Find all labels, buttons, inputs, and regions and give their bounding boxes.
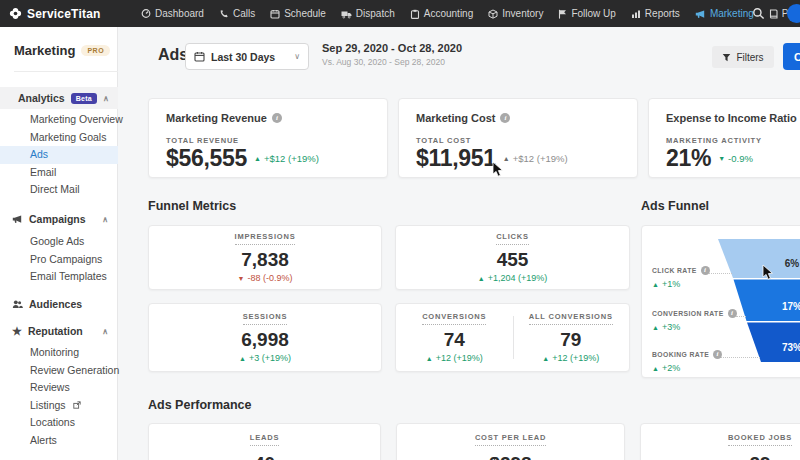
funnel-stage-label-booking-rate: BOOKING RATEi — [652, 350, 722, 359]
metric-value: 74 — [444, 329, 465, 351]
info-icon[interactable]: i — [500, 113, 510, 123]
date-preset-label: Last 30 Days — [211, 51, 288, 63]
metric-label[interactable]: LEADS — [250, 433, 279, 446]
sidebar-item-marketing-goals[interactable]: Marketing Goals — [0, 129, 118, 147]
kpi-title-row: Expense to Income Ratioi — [666, 112, 800, 124]
sidebar-section-reputation[interactable]: ★ Reputation ∧ — [0, 320, 118, 342]
sidebar: Marketing PRO Analytics Beta ∧ Marketing… — [0, 27, 118, 460]
top-nav: ServiceTitan Dashboard Calls Schedule Di… — [0, 0, 800, 27]
sidebar-item-email[interactable]: Email — [0, 164, 118, 182]
nav-item-accounting[interactable]: Accounting — [410, 8, 473, 19]
metric-label[interactable]: CLICKS — [496, 232, 529, 245]
filters-button[interactable]: Filters — [712, 46, 774, 68]
sidebar-item-pro-campaigns[interactable]: Pro Campaigns — [0, 251, 118, 269]
stage-label-text: CONVERSION RATE — [652, 310, 724, 317]
metric-card-inner: COST PER LEAD $298 — [397, 424, 624, 460]
leader-line — [706, 273, 732, 274]
stage-delta-text: +1% — [662, 279, 680, 289]
section-label: Reputation — [28, 325, 83, 337]
search-icon[interactable] — [752, 7, 765, 20]
metric-label[interactable]: IMPRESSIONS — [235, 232, 296, 245]
info-icon[interactable]: i — [713, 350, 722, 359]
kpi-title: Marketing Cost — [416, 112, 495, 124]
nav-item-schedule[interactable]: Schedule — [270, 8, 326, 19]
metric-label[interactable]: COST PER LEAD — [475, 433, 546, 446]
sidebar-item-label: Listings — [30, 399, 66, 411]
nav-item-dashboard[interactable]: Dashboard — [141, 8, 204, 19]
sidebar-section-analytics[interactable]: Analytics Beta ∧ — [0, 87, 118, 109]
truck-icon — [341, 9, 352, 19]
kpi-card-marketing-revenue: Marketing Revenuei TOTAL REVENUE $56,555… — [148, 98, 388, 178]
chevron-up-icon: ∧ — [102, 215, 108, 224]
metric-value: 7,838 — [241, 249, 289, 271]
nav-item-label: Follow Up — [571, 8, 615, 19]
up-arrow-icon: ▲ — [426, 355, 433, 362]
metric-label[interactable]: CONVERSIONS — [422, 312, 486, 325]
clipboard-icon — [410, 9, 420, 19]
brand[interactable]: ServiceTitan — [9, 0, 101, 27]
nav-item-dispatch[interactable]: Dispatch — [341, 8, 395, 19]
servicetitan-logo-icon — [9, 7, 22, 20]
sidebar-item-monitoring[interactable]: Monitoring — [0, 344, 118, 362]
kpi-title-row: Marketing Revenuei — [166, 112, 282, 124]
metric-card-booked-jobs: BOOKED JOBS 29 — [640, 423, 800, 460]
kpi-value-row: 21% ▼-0.9% — [666, 145, 753, 172]
bar-chart-icon — [631, 9, 641, 19]
stage-delta-text: +2% — [662, 363, 680, 373]
date-range-display: Sep 29, 2020 - Oct 28, 2020 Vs. Aug 30, … — [322, 42, 462, 67]
sidebar-item-email-templates[interactable]: Email Templates — [0, 268, 118, 286]
sidebar-item-review-generation[interactable]: Review Generation — [0, 362, 118, 380]
pro-badge: PRO — [81, 45, 110, 56]
section-label: Audiences — [29, 298, 82, 310]
kpi-sublabel: TOTAL REVENUE — [166, 136, 239, 145]
all-conversions-half: ALL CONVERSIONS 79 ▲+12 (+19%) — [513, 304, 630, 371]
sidebar-item-alerts[interactable]: Alerts — [0, 432, 118, 450]
metric-card-sessions: SESSIONS 6,998 ▲+3 (+19%) — [148, 303, 382, 372]
profile-circle-icon[interactable] — [787, 4, 800, 23]
funnel-metrics-heading: Funnel Metrics — [148, 199, 236, 213]
metric-label[interactable]: BOOKED JOBS — [728, 433, 792, 446]
create-button[interactable]: Cr — [783, 43, 800, 70]
kpi-title-row: Marketing Costi — [416, 112, 510, 124]
kpi-delta-text: -0.9% — [728, 153, 753, 164]
funnel-stage-delta-conversion-rate: ▲+3% — [652, 322, 680, 332]
page: ServiceTitan Dashboard Calls Schedule Di… — [0, 0, 800, 460]
info-icon[interactable]: i — [272, 113, 282, 123]
box-icon — [488, 9, 498, 19]
metric-value: 79 — [560, 329, 581, 351]
metric-value: 40 — [254, 453, 275, 460]
up-arrow-icon: ▲ — [478, 275, 485, 282]
vertical-divider — [513, 316, 514, 359]
sidebar-divider — [14, 71, 118, 72]
sidebar-item-marketing-overview[interactable]: Marketing Overview — [0, 111, 118, 129]
nav-item-inventory[interactable]: Inventory — [488, 8, 543, 19]
info-icon[interactable]: i — [728, 309, 737, 318]
nav-item-reports[interactable]: Reports — [631, 8, 680, 19]
kpi-title: Marketing Revenue — [166, 112, 267, 124]
metric-value: $298 — [489, 453, 531, 460]
info-icon[interactable]: i — [701, 266, 710, 275]
ads-funnel-heading: Ads Funnel — [641, 199, 709, 213]
metric-delta-text: +12 (+19%) — [436, 353, 483, 363]
sidebar-item-ads[interactable]: Ads — [0, 146, 118, 164]
metric-label[interactable]: SESSIONS — [243, 312, 288, 325]
nav-item-follow-up[interactable]: Follow Up — [558, 8, 615, 19]
sidebar-item-direct-mail[interactable]: Direct Mail — [0, 181, 118, 199]
sidebar-item-locations[interactable]: Locations — [0, 414, 118, 432]
funnel-pct-booking-rate: 73% — [782, 342, 800, 353]
sidebar-item-listings[interactable]: Listings — [0, 397, 118, 415]
metric-card-inner: LEADS 40 — [149, 424, 380, 460]
date-range-picker[interactable]: Last 30 Days ∨ — [185, 43, 309, 70]
kpi-delta: ▲+$12 (+19%) — [254, 153, 319, 164]
sidebar-title: Marketing — [14, 43, 75, 58]
nav-item-marketing[interactable]: Marketing — [695, 8, 754, 19]
kpi-sublabel: MARKETING ACTIVITY — [666, 136, 762, 145]
sidebar-section-campaigns[interactable]: Campaigns ∧ — [0, 208, 118, 230]
sidebar-item-google-ads[interactable]: Google Ads — [0, 233, 118, 251]
up-arrow-icon: ▲ — [239, 355, 246, 362]
sidebar-section-audiences[interactable]: Audiences — [0, 293, 118, 315]
metric-label[interactable]: ALL CONVERSIONS — [529, 312, 613, 325]
kpi-card-marketing-cost: Marketing Costi TOTAL COST $11,951 ▲+$12… — [398, 98, 638, 178]
nav-item-calls[interactable]: Calls — [219, 8, 255, 19]
sidebar-item-reviews[interactable]: Reviews — [0, 379, 118, 397]
